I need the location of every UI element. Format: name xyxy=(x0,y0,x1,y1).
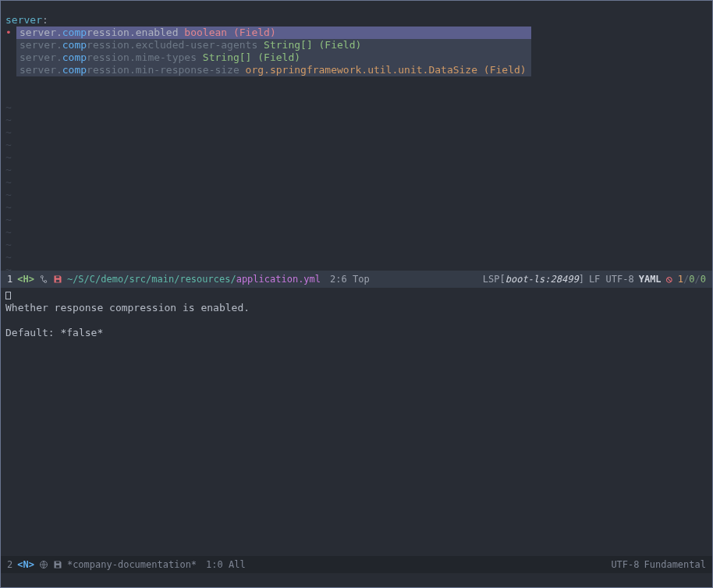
tilde-marker: ~ xyxy=(5,151,12,163)
editor-frame: server: • comp x x x x x ~ ~ ~ ~ ~ ~ ~ ~… xyxy=(0,0,713,588)
completion-prefix: server. xyxy=(20,64,62,76)
cursor-position: 1:0 All xyxy=(206,558,246,571)
major-mode: Fundamental xyxy=(644,558,706,571)
dirty-line-indicator: • xyxy=(5,27,12,38)
completion-type: boolean (Field) xyxy=(184,27,275,38)
save-icon xyxy=(53,558,62,571)
completion-prefix: server. xyxy=(20,39,62,51)
buffer-name[interactable]: *company-documentation* xyxy=(67,558,197,571)
completion-popup[interactable]: server.compression.enabled boolean (Fiel… xyxy=(16,27,531,76)
tilde-marker: ~ xyxy=(5,101,12,113)
encoding: UTF-8 xyxy=(611,558,639,571)
globe-icon xyxy=(39,558,48,571)
completion-type: String[] (Field) xyxy=(264,39,361,51)
evil-state: <N> xyxy=(17,558,34,571)
window-number: 2 xyxy=(7,558,12,571)
completion-rest: ression.enabled xyxy=(87,27,178,38)
completion-rest: ression.mime-types xyxy=(87,51,197,63)
completion-prefix: server. xyxy=(20,27,62,38)
tilde-marker: ~ xyxy=(5,189,12,200)
yaml-key: server xyxy=(5,14,42,26)
yaml-colon: : xyxy=(42,14,48,26)
completion-match: comp xyxy=(62,27,87,38)
yaml-buffer-pane[interactable]: server: • comp x x x x x ~ ~ ~ ~ ~ ~ ~ ~… xyxy=(1,1,712,271)
completion-match: comp xyxy=(62,64,87,76)
completion-prefix: server. xyxy=(20,51,62,63)
tilde-marker: ~ xyxy=(5,139,12,151)
tilde-marker: ~ xyxy=(5,176,12,188)
doc-line: Whether response compression is enabled. xyxy=(5,302,250,313)
completion-item[interactable]: server.compression.enabled boolean (Fiel… xyxy=(16,27,531,39)
tilde-marker: ~ xyxy=(5,114,12,126)
tilde-marker: ~ xyxy=(5,226,12,238)
completion-type: String[] (Field) xyxy=(203,51,300,63)
doc-cursor xyxy=(5,292,11,299)
completion-item[interactable]: server.compression.mime-types String[] (… xyxy=(16,51,531,64)
tilde-marker: ~ xyxy=(5,201,12,213)
completion-match: comp xyxy=(62,51,87,63)
minibuffer[interactable] xyxy=(1,573,712,587)
tilde-marker: ~ xyxy=(5,239,12,250)
tilde-marker: ~ xyxy=(5,251,12,263)
completion-item[interactable]: server.compression.excluded-user-agents … xyxy=(16,39,531,51)
tilde-marker: ~ xyxy=(5,214,12,225)
completion-type: org.springframework.util.unit.DataSize (… xyxy=(246,64,527,76)
completion-item[interactable]: server.compression.min-response-size org… xyxy=(16,64,531,76)
tilde-marker: ~ xyxy=(5,264,12,275)
tilde-marker: ~ xyxy=(5,164,12,175)
doc-buffer-pane[interactable]: Whether response compression is enabled.… xyxy=(1,288,712,556)
modeline-bottom[interactable]: 2 <N> *company-documentation* 1:0 All UT… xyxy=(1,556,712,573)
tilde-marker: ~ xyxy=(5,126,12,138)
completion-rest: ression.min-response-size xyxy=(87,64,239,76)
doc-content: Whether response compression is enabled.… xyxy=(1,288,712,341)
doc-line: Default: *false* xyxy=(5,327,103,338)
completion-match: comp xyxy=(62,39,87,51)
completion-rest: ression.excluded-user-agents xyxy=(87,39,257,51)
